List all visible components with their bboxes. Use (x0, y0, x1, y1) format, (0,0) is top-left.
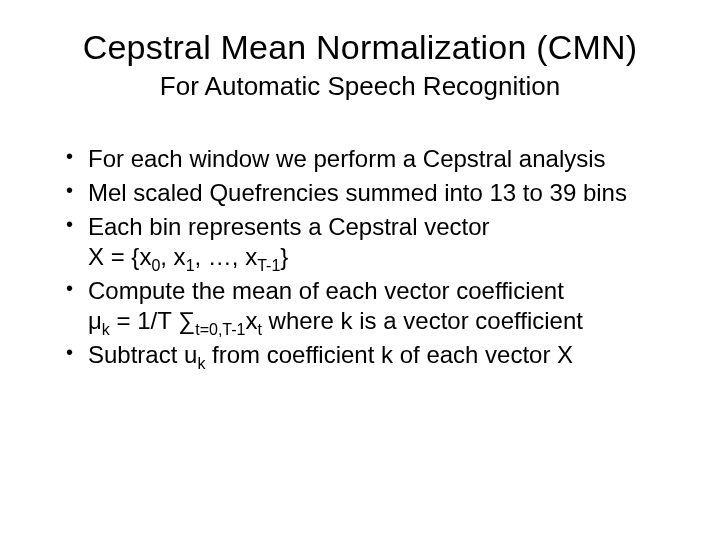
formula-text: x (245, 307, 257, 334)
subscript: T-1 (257, 257, 280, 274)
bullet-text: Mel scaled Quefrencies summed into 13 to… (88, 179, 627, 206)
slide-subtitle: For Automatic Speech Recognition (40, 71, 680, 102)
formula-text: from coefficient k of each vector X (205, 341, 573, 368)
bullet-item: Subtract uk from coefficient k of each v… (60, 340, 680, 370)
subscript: k (102, 321, 110, 338)
slide: Cepstral Mean Normalization (CMN) For Au… (0, 0, 720, 540)
bullet-item: Compute the mean of each vector coeffici… (60, 276, 680, 336)
subscript: t=0,T-1 (195, 321, 245, 338)
bullet-text: Each bin represents a Cepstral vector (88, 213, 490, 240)
formula-text: = 1/T ∑ (110, 307, 195, 334)
formula-text: μ (88, 307, 102, 334)
bullet-list: For each window we perform a Cepstral an… (40, 144, 680, 370)
bullet-text: For each window we perform a Cepstral an… (88, 145, 606, 172)
formula-text: , …, x (195, 243, 258, 270)
formula-text: Subtract u (88, 341, 197, 368)
bullet-text: Compute the mean of each vector coeffici… (88, 277, 564, 304)
formula-text: } (280, 243, 288, 270)
bullet-item: Each bin represents a Cepstral vector X … (60, 212, 680, 272)
subscript: 0 (151, 257, 160, 274)
formula-text: , x (160, 243, 185, 270)
formula-text: X = {x (88, 243, 151, 270)
bullet-item: Mel scaled Quefrencies summed into 13 to… (60, 178, 680, 208)
bullet-item: For each window we perform a Cepstral an… (60, 144, 680, 174)
slide-title: Cepstral Mean Normalization (CMN) (40, 28, 680, 67)
formula-text: where k is a vector coefficient (262, 307, 583, 334)
subscript: 1 (186, 257, 195, 274)
